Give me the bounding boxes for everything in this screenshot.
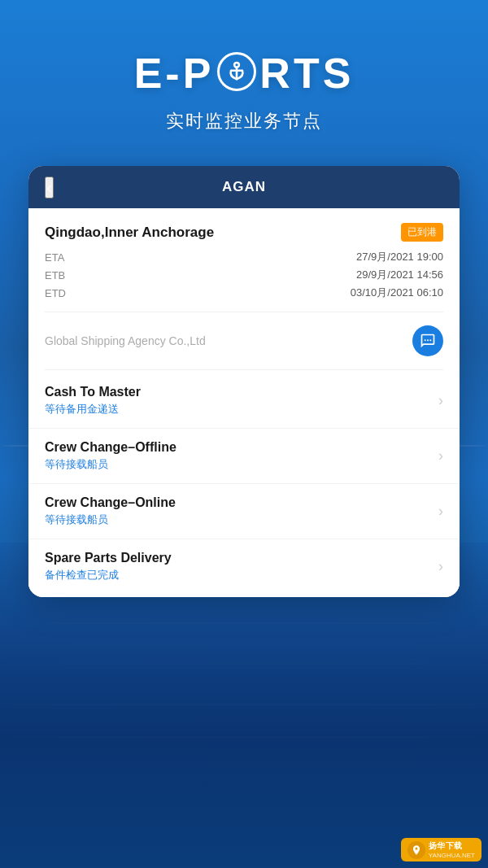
header-section: E-P RTS 实时监控业务节点 [0, 0, 488, 158]
main-card: ‹ AGAN Qingdao,Inner Anchorage 已到港 ETA 2… [28, 166, 460, 597]
list-item-title: Crew Change–Online [45, 495, 176, 510]
port-header: Qingdao,Inner Anchorage 已到港 [45, 223, 443, 242]
watermark-text-stack: 扬华下载 YANGHUA.NET [429, 840, 475, 859]
list-item-subtitle: 等待接载船员 [45, 513, 176, 527]
list-item-subtitle: 等待备用金递送 [45, 402, 141, 417]
chat-button[interactable] [412, 325, 443, 356]
list-item-title: Crew Change–Offline [45, 440, 176, 455]
etb-value: 29/9月/2021 14:56 [356, 268, 443, 282]
port-name: Qingdao,Inner Anchorage [45, 225, 214, 241]
list-item-subtitle: 等待接载船员 [45, 457, 176, 472]
svg-point-4 [427, 339, 429, 341]
eta-label: ETA [45, 251, 64, 264]
chevron-icon: › [438, 392, 443, 409]
list-item[interactable]: Crew Change–Online 等待接载船员 › [28, 484, 460, 539]
chevron-icon: › [438, 447, 443, 465]
watermark-icon [407, 841, 425, 859]
spare-parts-title: Spare Parts Delivery [45, 551, 172, 565]
spare-parts-subtitle: 备件检查已完成 [45, 568, 172, 582]
list-item-content: Spare Parts Delivery 备件检查已完成 [45, 551, 172, 582]
eta-row: ETA 27/9月/2021 19:00 [45, 250, 443, 264]
back-button[interactable]: ‹ [45, 177, 54, 198]
port-dates: ETA 27/9月/2021 19:00 ETB 29/9月/2021 14:5… [45, 250, 443, 300]
list-item-content: Crew Change–Online 等待接载船员 [45, 495, 176, 527]
logo-text-before: E-P [134, 49, 215, 98]
etb-label: ETB [45, 269, 65, 281]
chevron-icon: › [438, 558, 443, 575]
watermark: 扬华下载 YANGHUA.NET [401, 838, 481, 861]
logo-anchor-icon [217, 52, 256, 91]
list-item-content: Crew Change–Offline 等待接载船员 [45, 440, 176, 472]
agency-name: Global Shipping Agency Co.,Ltd [45, 334, 206, 347]
etd-row: ETD 03/10月/2021 06:10 [45, 286, 443, 300]
agency-section: Global Shipping Agency Co.,Ltd [28, 312, 460, 369]
etd-label: ETD [45, 287, 66, 299]
watermark-line2: YANGHUA.NET [429, 852, 475, 859]
etd-value: 03/10月/2021 06:10 [351, 286, 443, 300]
eta-value: 27/9月/2021 19:00 [356, 250, 443, 264]
app-logo: E-P RTS [134, 49, 355, 98]
card-title: AGAN [222, 179, 266, 195]
list-item[interactable]: Crew Change–Offline 等待接载船员 › [28, 429, 460, 484]
etb-row: ETB 29/9月/2021 14:56 [45, 268, 443, 282]
list-section: Cash To Master 等待备用金递送 › Crew Change–Off… [28, 370, 460, 597]
status-badge: 已到港 [401, 223, 443, 242]
logo-text-after: RTS [259, 49, 354, 98]
svg-point-3 [425, 339, 426, 341]
content-wrapper: E-P RTS 实时监控业务节点 ‹ AGAN Qingdao,Inner An… [0, 0, 488, 868]
svg-point-5 [429, 339, 431, 341]
card-header: ‹ AGAN [28, 166, 460, 208]
list-item[interactable]: Cash To Master 等待备用金递送 › [28, 373, 460, 429]
spare-parts-item[interactable]: Spare Parts Delivery 备件检查已完成 › [28, 539, 460, 594]
list-item-title: Cash To Master [45, 385, 141, 399]
list-item-content: Cash To Master 等待备用金递送 [45, 385, 141, 417]
app-subtitle: 实时监控业务节点 [166, 109, 322, 133]
port-section: Qingdao,Inner Anchorage 已到港 ETA 27/9月/20… [28, 208, 460, 312]
watermark-line1: 扬华下载 [429, 840, 475, 852]
chevron-icon: › [438, 503, 443, 520]
